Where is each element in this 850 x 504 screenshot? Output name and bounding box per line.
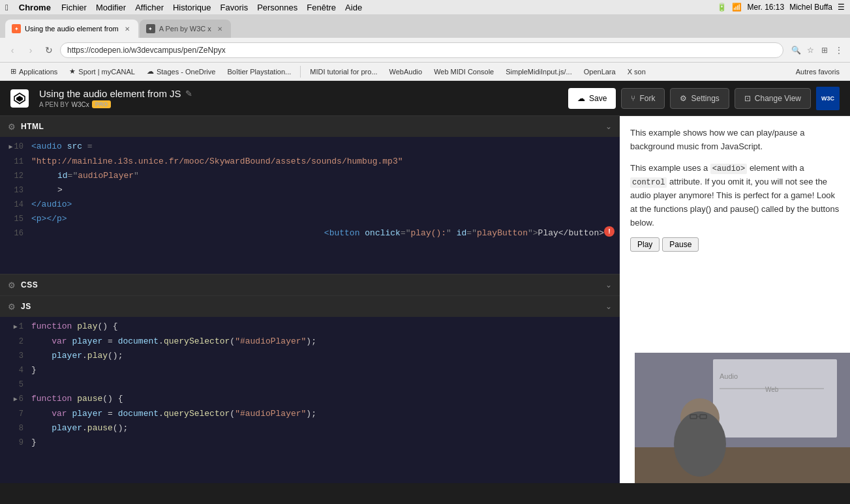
change-view-button[interactable]: ⊡ Change View: [735, 88, 811, 109]
forward-button[interactable]: ›: [23, 43, 38, 57]
html-panel-header[interactable]: ⚙ HTML ⌄: [0, 116, 620, 137]
css-chevron-icon[interactable]: ⌄: [605, 280, 612, 289]
tab-close-inactive[interactable]: ✕: [215, 24, 224, 33]
js-line-1: ▶1 function play() {: [0, 319, 620, 334]
tab-title-inactive: A Pen by W3C x: [159, 25, 211, 33]
fork-button[interactable]: ⑂ Fork: [621, 88, 665, 109]
preview-text-1: This example shows how we can play/pause…: [630, 126, 840, 154]
preview-play-button[interactable]: Play: [630, 237, 660, 252]
author-name: W3Cx: [72, 101, 89, 108]
address-input[interactable]: https://codepen.io/w3devcampus/pen/ZeNpy…: [60, 42, 783, 58]
menu-personnes[interactable]: Personnes: [257, 3, 297, 12]
more-icon[interactable]: ⋮: [833, 44, 845, 56]
tab-close-active[interactable]: ✕: [123, 24, 132, 33]
bookmarks-bar: ⊞ Applications ★ Sport | myCANAL ☁ Stage…: [0, 63, 850, 81]
app-name[interactable]: Chrome: [19, 3, 51, 12]
js-line-6: ▶6 function pause() {: [0, 392, 620, 407]
title-text: Using the audio element from JS: [39, 88, 181, 99]
apps-icon: ⊞: [10, 67, 16, 76]
bookmark-sport[interactable]: ★ Sport | myCANAL: [64, 66, 140, 77]
code-line-html-13: 13 >: [0, 183, 620, 198]
codepen-logo[interactable]: [10, 89, 29, 108]
video-frame: Audio Web: [635, 353, 850, 483]
fork-label: Fork: [639, 94, 655, 103]
refresh-button[interactable]: ↻: [42, 43, 56, 57]
cloud-icon: ☁: [147, 67, 154, 76]
line-number: 4: [5, 363, 23, 378]
css-panel: ⚙ CSS ⌄: [0, 274, 620, 296]
svg-point-9: [674, 411, 726, 477]
js-line-5: 5: [0, 378, 620, 392]
bookmark-webaudio[interactable]: WebAudio: [384, 67, 428, 77]
js-gear-icon[interactable]: ⚙: [8, 302, 16, 312]
settings-button[interactable]: ⚙ Settings: [670, 88, 729, 109]
menu-fenetre[interactable]: Fenêtre: [307, 3, 336, 12]
extensions-icon[interactable]: ⊞: [819, 44, 830, 56]
tab-active[interactable]: ✦ Using the audio element from ✕: [5, 20, 138, 38]
line-number: 11: [5, 155, 23, 169]
battery-icon: 🔋: [717, 3, 727, 12]
clock: Mer. 16:13: [747, 3, 784, 12]
search-icon[interactable]: 🔍: [790, 44, 802, 56]
js-panel-title: JS: [21, 302, 31, 311]
codepen-buttons: ☁ Save ⑂ Fork ⚙ Settings ⊡ Change View W…: [568, 87, 840, 110]
code-line-html-12: 12 id="audioPlayer": [0, 169, 620, 183]
sport-icon: ★: [69, 67, 76, 76]
address-bar: ‹ › ↻ https://codepen.io/w3devcampus/pen…: [0, 38, 850, 63]
html-panel-title: HTML: [21, 122, 44, 131]
line-number: 12: [5, 169, 23, 183]
bookmark-autres[interactable]: Autres favoris: [791, 67, 845, 77]
bookmark-star-icon[interactable]: ☆: [804, 44, 816, 56]
bookmark-label: Web MIDI Console: [434, 68, 494, 76]
css-gear-icon[interactable]: ⚙: [8, 280, 16, 290]
bookmark-label: X son: [628, 68, 646, 76]
bookmark-midi[interactable]: MIDI tutorial for pro...: [305, 67, 382, 77]
line-number: 16: [5, 226, 23, 241]
line-number: 2: [5, 334, 23, 349]
code-line-html-14: 14 </audio>: [0, 198, 620, 212]
bookmark-openlara[interactable]: OpenLara: [579, 67, 621, 77]
preview-pause-button[interactable]: Pause: [662, 237, 699, 252]
html-gear-icon[interactable]: ⚙: [8, 122, 16, 132]
js-line-4: 4 }: [0, 363, 620, 378]
bookmark-stages[interactable]: ☁ Stages - OneDrive: [142, 66, 220, 77]
bookmark-webmidi[interactable]: Web MIDI Console: [429, 67, 499, 77]
js-panel-header[interactable]: ⚙ JS ⌄: [0, 296, 620, 317]
js-chevron-icon[interactable]: ⌄: [605, 302, 612, 311]
error-indicator: !: [604, 226, 615, 237]
svg-text:Audio: Audio: [720, 372, 738, 380]
save-icon: ☁: [577, 94, 585, 103]
bookmark-label: WebAudio: [389, 68, 423, 76]
bookmark-applications[interactable]: ⊞ Applications: [5, 66, 63, 77]
bookmark-label: OpenLara: [584, 68, 616, 76]
user-name: Michel Buffa: [789, 3, 832, 12]
bookmark-simplemidi[interactable]: SimpleMidiInput.js/...: [500, 67, 577, 77]
menu-fichier[interactable]: Fichier: [61, 3, 87, 12]
js-line-3: 3 player.play();: [0, 349, 620, 363]
menu-historique[interactable]: Historique: [173, 3, 211, 12]
html-chevron-icon[interactable]: ⌄: [605, 122, 612, 131]
menu-aide[interactable]: Aide: [345, 3, 362, 12]
gear-icon: ⚙: [680, 94, 687, 103]
save-button[interactable]: ☁ Save: [568, 88, 616, 109]
code-line-html-11: 11 "http://mainline.i3s.unice.fr/mooc/Sk…: [0, 155, 620, 169]
tab-inactive[interactable]: ✦ A Pen by W3C x ✕: [140, 20, 231, 38]
bookmark-xson[interactable]: X son: [622, 67, 651, 77]
css-panel-header[interactable]: ⚙ CSS ⌄: [0, 274, 620, 295]
menu-modifier[interactable]: Modifier: [96, 3, 126, 12]
edit-icon[interactable]: ✎: [185, 89, 192, 98]
back-button[interactable]: ‹: [5, 43, 20, 57]
js-panel: ⚙ JS ⌄ ▶1 function play() { 2 var player…: [0, 296, 620, 483]
mac-menu-bar:  Chrome Fichier Modifier Afficher Histo…: [0, 0, 850, 14]
menu-afficher[interactable]: Afficher: [135, 3, 164, 12]
apple-menu[interactable]: : [5, 3, 8, 12]
preview-code-control: control: [630, 177, 667, 188]
bookmark-boitier[interactable]: Boîtier Playstation...: [222, 67, 296, 77]
bookmark-label: Boîtier Playstation...: [227, 68, 291, 76]
html-panel: ⚙ HTML ⌄ ▶10 <audio src = 11 "http://mai…: [0, 116, 620, 274]
svg-rect-7: [635, 447, 850, 483]
address-text: https://codepen.io/w3devcampus/pen/ZeNpy…: [67, 46, 226, 55]
svg-rect-3: [713, 359, 837, 437]
menu-favoris[interactable]: Favoris: [220, 3, 249, 12]
change-view-label: Change View: [755, 94, 801, 103]
